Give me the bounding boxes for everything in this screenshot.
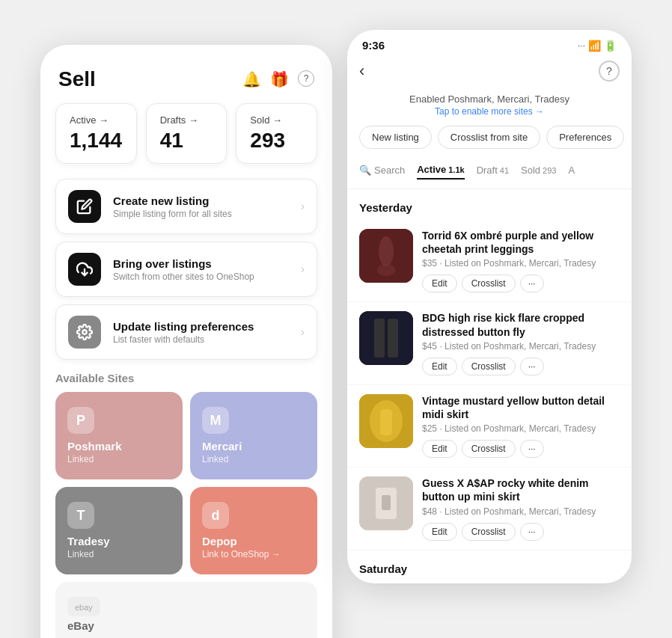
section-yesterday: Yesterday (347, 189, 632, 220)
bring-listings-title: Bring over listings (113, 257, 289, 270)
help-icon[interactable]: ? (298, 70, 314, 87)
update-prefs-text: Update listing preferences List faster w… (113, 320, 289, 345)
tradesy-icon: T (67, 502, 94, 529)
listing-meta-1: $35 · Listed on Poshmark, Mercari, Trade… (422, 258, 620, 269)
available-sites-label: Available Sites (40, 360, 332, 392)
poshmark-card[interactable]: P Poshmark Linked (55, 392, 183, 479)
gift-icon[interactable]: 🎁 (270, 70, 289, 88)
crosslist-btn-4[interactable]: Crosslist (462, 523, 516, 541)
create-listing-item[interactable]: Create new listing Simple listing form f… (55, 179, 317, 234)
sold-value: 293 (250, 129, 303, 153)
drafts-stat[interactable]: Drafts → 41 (146, 103, 227, 164)
svg-point-0 (82, 330, 87, 334)
help-button[interactable]: ? (599, 61, 620, 82)
listing-info-2: BDG high rise kick flare cropped distres… (422, 311, 620, 375)
chip-preferences-label: Preferences (559, 132, 611, 143)
poshmark-name: Poshmark (67, 440, 171, 453)
listing-meta-3: $25 · Listed on Poshmark, Mercari, Trade… (422, 423, 620, 434)
depop-card[interactable]: d Depop Link to OneShop → (190, 487, 317, 574)
listing-thumb-2 (359, 311, 413, 365)
tradesy-card[interactable]: T Tradesy Linked (55, 487, 183, 574)
tap-more-link[interactable]: Tap to enable more sites → (347, 106, 632, 117)
sell-title: Sell (58, 67, 96, 91)
search-icon: 🔍 (359, 165, 371, 176)
listing-info-1: Torrid 6X ombré purple and yellow cheeta… (422, 229, 620, 292)
tab-bar: 🔍 Search Active 1.1k Draft 41 Sold 293 A (347, 161, 632, 189)
listing-platforms-4: Listed on Poshmark, Mercari, Tradesy (445, 506, 596, 517)
drafts-value: 41 (160, 129, 213, 153)
mercari-icon: M (202, 407, 229, 434)
listing-price-4: $48 (422, 506, 437, 517)
chip-crosslist-label: Crosslist from site (450, 132, 528, 143)
depop-name: Depop (202, 535, 305, 547)
enabled-text: Enabled Poshmark, Mercari, Tradesy (347, 93, 632, 105)
active-stat[interactable]: Active → 1,144 (55, 103, 137, 164)
edit-btn-4[interactable]: Edit (422, 523, 457, 541)
active-label: Active → (70, 114, 123, 126)
edit-btn-2[interactable]: Edit (422, 358, 457, 375)
tab-more-label: A (568, 165, 575, 176)
edit-btn-1[interactable]: Edit (422, 274, 457, 292)
chip-new-listing-label: New listing (372, 132, 419, 143)
tab-active[interactable]: Active 1.1k (417, 161, 464, 180)
depop-icon: d (202, 502, 229, 529)
crosslist-btn-3[interactable]: Crosslist (462, 440, 516, 458)
left-phone: Sell 🔔 🎁 ? Active → 1,144 Drafts → 41 So… (40, 45, 332, 638)
listing-title-4: Guess X A$AP rocky white denim button up… (422, 476, 620, 503)
chevron-right-icon-2: › (301, 263, 305, 276)
more-btn-4[interactable]: ··· (520, 523, 544, 541)
listing-thumb-3 (359, 394, 413, 448)
more-btn-1[interactable]: ··· (520, 274, 544, 292)
chip-new-listing[interactable]: New listing (359, 126, 432, 149)
signal-dots-icon: ··· (578, 40, 585, 51)
update-prefs-title: Update listing preferences (113, 320, 289, 333)
listing-item-1: Torrid 6X ombré purple and yellow cheeta… (347, 220, 632, 302)
edit-btn-3[interactable]: Edit (422, 440, 457, 458)
listing-thumb-1 (359, 229, 413, 283)
enabled-bar: Enabled Poshmark, Mercari, Tradesy Tap t… (347, 91, 632, 126)
bring-listings-item[interactable]: Bring over listings Switch from other si… (55, 242, 317, 297)
tab-draft[interactable]: Draft 41 (477, 162, 509, 179)
svg-rect-5 (374, 319, 385, 358)
ebay-name: eBay (67, 619, 94, 632)
tab-sold[interactable]: Sold 293 (521, 162, 556, 179)
listing-info-4: Guess X A$AP rocky white denim button up… (422, 476, 620, 540)
svg-point-3 (377, 264, 395, 276)
tab-draft-label: Draft (477, 165, 498, 176)
bring-listings-sub: Switch from other sites to OneShop (113, 272, 289, 282)
listing-item-4: Guess X A$AP rocky white denim button up… (347, 467, 632, 550)
poshmark-icon: P (67, 407, 94, 434)
svg-rect-12 (382, 495, 391, 510)
update-prefs-item[interactable]: Update listing preferences List faster w… (55, 304, 317, 360)
create-listing-icon (68, 190, 101, 223)
section-saturday: Saturday (347, 550, 632, 581)
crosslist-btn-1[interactable]: Crosslist (462, 274, 516, 292)
ebay-logo: ebay (67, 597, 100, 616)
listing-platforms-1: Listed on Poshmark, Mercari, Tradesy (445, 258, 596, 269)
status-icons: ··· 📶 🔋 (578, 40, 617, 52)
chip-crosslist[interactable]: Crosslist from site (438, 126, 540, 149)
more-btn-3[interactable]: ··· (520, 440, 544, 458)
crosslist-btn-2[interactable]: Crosslist (462, 358, 516, 375)
back-button[interactable]: ‹ (359, 61, 364, 81)
ebay-card[interactable]: ebay eBay (55, 582, 317, 638)
tab-search[interactable]: 🔍 Search (359, 162, 405, 179)
tab-active-label: Active (417, 164, 446, 175)
listing-actions-1: Edit Crosslist ··· (422, 274, 620, 292)
tab-more[interactable]: A (568, 162, 575, 179)
chip-preferences[interactable]: Preferences (546, 126, 624, 149)
listing-platforms-2: Listed on Poshmark, Mercari, Tradesy (445, 341, 596, 352)
bring-listings-icon (68, 253, 101, 286)
mercari-card[interactable]: M Mercari Linked (190, 392, 317, 479)
listing-title-2: BDG high rise kick flare cropped distres… (422, 311, 620, 338)
drafts-label: Drafts → (160, 114, 213, 126)
listing-meta-2: $45 · Listed on Poshmark, Mercari, Trade… (422, 341, 620, 352)
status-bar: 9:36 ··· 📶 🔋 (347, 30, 632, 58)
sites-grid: P Poshmark Linked M Mercari Linked T Tra… (40, 392, 332, 574)
menu-items: Create new listing Simple listing form f… (40, 179, 332, 360)
notification-icon[interactable]: 🔔 (242, 70, 261, 88)
svg-rect-6 (388, 319, 398, 358)
sold-stat[interactable]: Sold → 293 (236, 103, 317, 164)
more-btn-2[interactable]: ··· (520, 358, 544, 375)
stats-row: Active → 1,144 Drafts → 41 Sold → 293 (40, 103, 332, 179)
